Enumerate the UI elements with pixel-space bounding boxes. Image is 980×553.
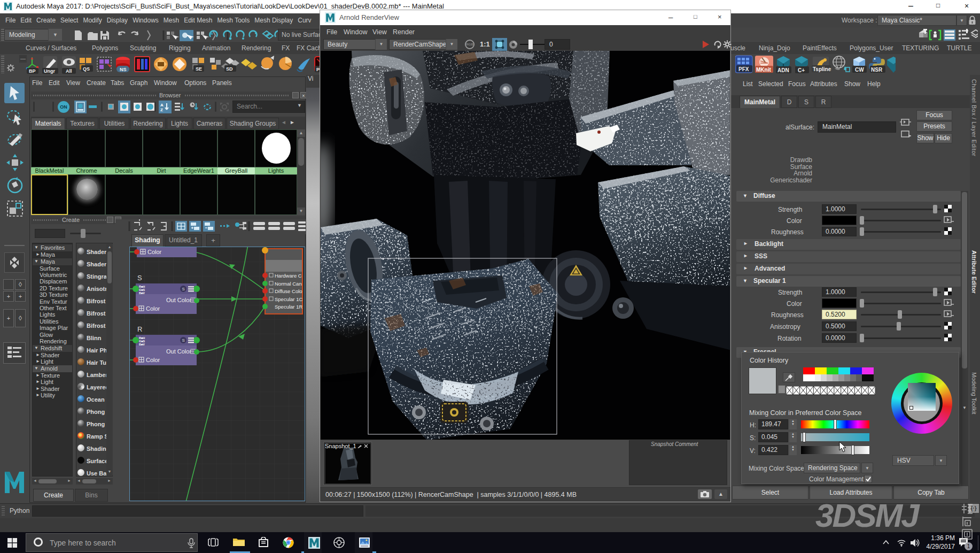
svg-text:CW: CW — [855, 67, 864, 73]
svg-text:QS: QS — [83, 66, 90, 72]
svg-text:BP: BP — [29, 68, 36, 74]
svg-text:S: S — [137, 274, 142, 282]
svg-text:B■V: B■V — [139, 291, 145, 295]
svg-text:Color: Color — [146, 305, 160, 312]
svg-text:C+: C+ — [798, 67, 805, 73]
svg-text:Out Color: Out Color — [166, 348, 191, 355]
svg-text:Color: Color — [146, 357, 160, 363]
svg-text:NS: NS — [120, 67, 127, 72]
svg-text:Tspline: Tspline — [813, 66, 831, 72]
svg-text:Diffuse Colo: Diffuse Colo — [275, 288, 302, 294]
svg-text:Z: Z — [160, 107, 163, 112]
svg-text:PFX: PFX — [738, 66, 749, 72]
svg-text:Hardware C: Hardware C — [275, 273, 302, 279]
svg-text:ADN: ADN — [777, 67, 789, 73]
svg-text:Color: Color — [147, 249, 162, 255]
svg-text:NSR: NSR — [871, 67, 883, 73]
svg-text:SE: SE — [196, 66, 202, 72]
svg-text:MKnit: MKnit — [756, 67, 771, 73]
svg-text:All: All — [66, 68, 72, 74]
svg-text:Ungr: Ungr — [44, 68, 55, 74]
svg-text:SD: SD — [226, 66, 233, 72]
svg-text:B■V: B■V — [139, 343, 145, 346]
svg-text:Specular 1R: Specular 1R — [275, 304, 302, 310]
svg-text:Out Color: Out Color — [166, 297, 191, 303]
svg-text:S: S — [182, 338, 185, 343]
svg-text:A: A — [160, 103, 164, 107]
svg-text:R: R — [137, 325, 142, 333]
svg-text:Specular 1C: Specular 1C — [275, 296, 302, 302]
svg-text:Normal Can: Normal Can — [275, 281, 302, 287]
svg-text:S: S — [182, 287, 185, 291]
